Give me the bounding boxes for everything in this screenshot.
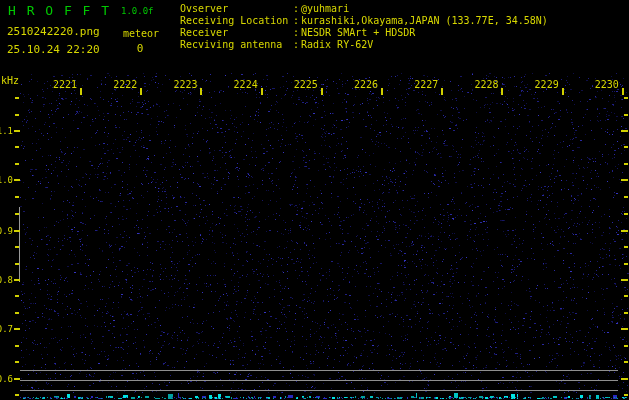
- info-row: Receiver:NESDR SMArt + HDSDR: [180, 27, 548, 39]
- frequency-minor-tick-right: [624, 295, 628, 297]
- time-tick-label: 2224: [234, 79, 258, 90]
- time-tick-label: 2228: [474, 79, 498, 90]
- info-row-colon: :: [293, 39, 301, 51]
- frequency-minor-tick-right: [624, 146, 628, 148]
- frequency-major-tick-left: [14, 378, 20, 380]
- time-tick-mark: [441, 88, 443, 95]
- info-row: Receiving Location:kurashiki,Okayama,JAP…: [180, 15, 548, 27]
- frequency-minor-tick-left: [15, 163, 19, 165]
- frequency-minor-tick-right: [624, 114, 628, 116]
- frequency-minor-tick-left: [15, 394, 19, 396]
- time-tick-label: 2226: [354, 79, 378, 90]
- info-row-colon: :: [293, 15, 301, 27]
- frequency-major-tick-right: [621, 279, 628, 281]
- output-filename: 2510242220.png: [7, 25, 100, 38]
- frequency-major-tick-right: [621, 179, 628, 181]
- frequency-minor-tick-left: [15, 97, 19, 99]
- frequency-tick-label: 0.7: [0, 323, 13, 335]
- frequency-minor-tick-left: [15, 361, 19, 363]
- frequency-tick-label: 1.1: [0, 125, 13, 137]
- meteor-counter-value: 0: [122, 42, 158, 55]
- frequency-tick-label: 0.8: [0, 274, 13, 286]
- frequency-major-tick-left: [14, 230, 20, 232]
- frequency-tick-label: 0.9: [0, 225, 13, 237]
- frequency-major-tick-left: [14, 130, 20, 132]
- frequency-minor-tick-right: [624, 263, 628, 265]
- app-version: 1.0.0f: [121, 6, 154, 16]
- time-tick-mark: [321, 88, 323, 95]
- frequency-major-tick-right: [621, 230, 628, 232]
- app-title: H R O F F T: [8, 3, 111, 18]
- frequency-major-tick-left: [14, 328, 20, 330]
- frequency-minor-tick-left: [15, 312, 19, 314]
- frequency-major-tick-right: [621, 328, 628, 330]
- frequency-major-tick-right: [621, 130, 628, 132]
- info-row-value: Radix RY-62V: [301, 39, 373, 50]
- frequency-minor-tick-left: [15, 146, 19, 148]
- time-tick-mark: [622, 88, 624, 95]
- frequency-minor-tick-left: [15, 246, 19, 248]
- frequency-major-tick-left: [14, 179, 20, 181]
- time-tick-mark: [261, 88, 263, 95]
- frequency-minor-tick-right: [624, 163, 628, 165]
- info-row-value: kurashiki,Okayama,JAPAN (133.77E, 34.58N…: [301, 15, 548, 26]
- info-row-label: Receiving Location: [180, 15, 293, 27]
- info-row-colon: :: [293, 27, 301, 39]
- time-tick-mark: [562, 88, 564, 95]
- time-tick-label: 2223: [173, 79, 197, 90]
- frequency-major-tick-left: [14, 279, 20, 281]
- reference-line-center: [20, 380, 618, 381]
- info-row-value: NESDR SMArt + HDSDR: [301, 27, 415, 38]
- frequency-minor-tick-left: [15, 295, 19, 297]
- time-tick-mark: [501, 88, 503, 95]
- frequency-minor-tick-right: [624, 345, 628, 347]
- station-info-block: Ovserver:@yuhmariReceiving Location:kura…: [180, 3, 548, 51]
- time-tick-label: 2230: [595, 79, 619, 90]
- info-row: Ovserver:@yuhmari: [180, 3, 548, 15]
- frequency-minor-tick-right: [624, 361, 628, 363]
- frequency-minor-tick-left: [15, 196, 19, 198]
- frequency-major-tick-right: [621, 378, 628, 380]
- info-row-label: Receiver: [180, 27, 293, 39]
- frequency-minor-tick-right: [624, 196, 628, 198]
- frequency-minor-tick-left: [15, 263, 19, 265]
- frequency-minor-tick-right: [624, 246, 628, 248]
- info-row-colon: :: [293, 3, 301, 15]
- frequency-minor-tick-left: [15, 114, 19, 116]
- meteor-counter-label: meteor: [123, 28, 159, 39]
- hrofft-spectrogram-screen: H R O F F T 1.0.0f 2510242220.png meteor…: [0, 0, 629, 400]
- frequency-minor-tick-right: [624, 213, 628, 215]
- time-tick-mark: [140, 88, 142, 95]
- info-row-value: @yuhmari: [301, 3, 349, 14]
- time-tick-mark: [200, 88, 202, 95]
- frequency-unit-label: kHz: [1, 75, 19, 86]
- info-row-label: Recviving antenna: [180, 39, 293, 51]
- time-tick-label: 2222: [113, 79, 137, 90]
- frequency-minor-tick-right: [624, 97, 628, 99]
- frequency-tick-label: 1.0: [0, 174, 13, 186]
- frequency-minor-tick-left: [15, 345, 19, 347]
- observation-timestamp: 25.10.24 22:20: [7, 43, 100, 56]
- time-tick-label: 2225: [294, 79, 318, 90]
- db-scale-bar: [19, 207, 20, 282]
- time-tick-mark: [80, 88, 82, 95]
- info-row: Recviving antenna:Radix RY-62V: [180, 39, 548, 51]
- reference-line-lower: [20, 390, 618, 391]
- frequency-minor-tick-right: [624, 394, 628, 396]
- frequency-minor-tick-right: [624, 312, 628, 314]
- frequency-minor-tick-left: [15, 213, 19, 215]
- spectrogram-noise-canvas: [0, 0, 629, 400]
- time-tick-mark: [381, 88, 383, 95]
- reference-line-upper: [20, 370, 618, 371]
- frequency-tick-label: 0.6: [0, 373, 13, 385]
- time-tick-label: 2229: [535, 79, 559, 90]
- time-tick-label: 2221: [53, 79, 77, 90]
- info-row-label: Ovserver: [180, 3, 293, 15]
- time-tick-label: 2227: [414, 79, 438, 90]
